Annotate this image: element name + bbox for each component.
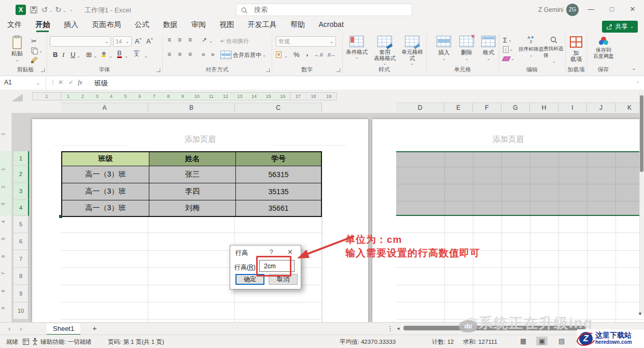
- save-icon[interactable]: [30, 6, 37, 13]
- sheet-tab-active[interactable]: Sheet1: [47, 324, 80, 335]
- paste-button[interactable]: 粘贴 ⌄: [6, 35, 28, 62]
- row-header-7[interactable]: 7: [13, 250, 29, 268]
- table-cell[interactable]: 35661: [236, 200, 321, 216]
- underline-button[interactable]: U: [71, 51, 75, 59]
- increase-indent-icon[interactable]: »: [211, 51, 214, 58]
- delete-cells-button[interactable]: 删除 ⌄: [456, 36, 477, 61]
- format-as-table-button[interactable]: 套用 表格格式 ⌄: [371, 36, 398, 66]
- table-header-cell[interactable]: 姓名: [149, 152, 236, 166]
- user-name[interactable]: Z Gemini: [538, 6, 564, 13]
- chevron-down-icon[interactable]: ⌄: [63, 8, 66, 13]
- name-box[interactable]: A1 ⌄: [0, 76, 46, 90]
- column-header-E[interactable]: E: [444, 103, 473, 112]
- ellipsis-icon[interactable]: ⋮: [387, 325, 394, 332]
- align-left-icon[interactable]: ≡: [167, 51, 171, 58]
- fill-button[interactable]: ↓⌄: [503, 46, 513, 53]
- column-header-H[interactable]: H: [530, 103, 558, 112]
- sort-filter-button[interactable]: A▼Z 排序和筛选 ⌄: [519, 36, 543, 57]
- row-header-9[interactable]: 9: [13, 285, 29, 302]
- share-button[interactable]: 共享 ⌄: [602, 21, 638, 33]
- row-header-1[interactable]: 1: [13, 151, 29, 166]
- font-color-icon[interactable]: B: [117, 50, 122, 58]
- comma-style-icon[interactable]: ，: [304, 49, 311, 58]
- align-right-icon[interactable]: ≡: [188, 51, 191, 58]
- next-sheet-icon[interactable]: ›: [20, 325, 22, 332]
- dialog-title[interactable]: 行高: [235, 249, 248, 257]
- minimize-button[interactable]: —: [584, 5, 598, 13]
- phonetic-guide-icon[interactable]: wén文: [134, 49, 139, 57]
- column-header-J[interactable]: J: [587, 103, 615, 112]
- dialog-launcher-icon[interactable]: [41, 68, 45, 72]
- row-header-5[interactable]: 5: [13, 216, 29, 233]
- collapse-ribbon-icon[interactable]: ⌄: [632, 65, 636, 71]
- chevron-down-icon[interactable]: ⌄: [77, 54, 80, 59]
- chevron-down-icon[interactable]: ⌄: [209, 39, 213, 44]
- format-painter-button[interactable]: [31, 56, 38, 63]
- maximize-button[interactable]: □: [605, 5, 619, 13]
- customize-qat-icon[interactable]: ⌄: [69, 7, 73, 12]
- normal-view-icon[interactable]: ▦: [517, 337, 529, 345]
- dialog-launcher-icon[interactable]: [157, 68, 160, 72]
- table-cell[interactable]: 56315: [236, 166, 321, 183]
- table-cell[interactable]: 李四: [149, 183, 236, 200]
- column-header-D[interactable]: D: [396, 103, 444, 112]
- percent-style-icon[interactable]: %: [293, 51, 300, 59]
- accounting-format-icon[interactable]: ¥: [276, 51, 282, 58]
- fill-handle[interactable]: [59, 215, 62, 218]
- fill-color-icon[interactable]: ◆: [102, 50, 106, 57]
- search-input[interactable]: 搜索: [236, 4, 412, 16]
- table-header-cell[interactable]: 学号: [236, 152, 321, 166]
- column-header-I[interactable]: I: [558, 103, 587, 112]
- table-cell[interactable]: 高一（3）班: [62, 166, 149, 183]
- dialog-launcher-icon[interactable]: [337, 68, 340, 72]
- tab-data[interactable]: 数据: [163, 20, 177, 30]
- scroll-down-icon[interactable]: ▼: [638, 311, 642, 316]
- select-all-corner[interactable]: [11, 94, 23, 102]
- column-header-G[interactable]: G: [501, 103, 530, 112]
- tab-home[interactable]: 开始: [35, 20, 50, 30]
- dialog-launcher-icon[interactable]: [266, 68, 270, 72]
- chevron-down-icon[interactable]: ⌄: [144, 54, 148, 59]
- italic-button[interactable]: I: [62, 51, 64, 59]
- decrease-decimal-icon[interactable]: .0→: [327, 52, 335, 57]
- increase-decimal-icon[interactable]: ←.0: [314, 52, 323, 57]
- close-button[interactable]: ✕: [625, 5, 640, 13]
- merge-center-button[interactable]: 合并后居中 ⌄: [220, 51, 266, 59]
- chevron-down-icon[interactable]: ⌄: [284, 54, 288, 59]
- chevron-down-icon[interactable]: ⌄: [109, 54, 113, 59]
- format-cells-button[interactable]: 格式 ⌄: [478, 36, 499, 61]
- vertical-scrollbar-thumb[interactable]: [640, 95, 643, 172]
- insert-function-icon[interactable]: fx: [78, 79, 82, 86]
- cell-styles-button[interactable]: 单元格样式 ⌄: [399, 36, 425, 66]
- confirm-entry-icon[interactable]: ✓: [68, 79, 74, 86]
- row-header-3[interactable]: 3: [13, 183, 29, 200]
- dialog-help-button[interactable]: ?: [270, 249, 273, 256]
- insert-cells-button[interactable]: 插入 ⌄: [433, 36, 454, 61]
- macro-record-icon[interactable]: [23, 339, 29, 345]
- chevron-down-icon[interactable]: ⌄: [49, 8, 53, 13]
- font-size-combobox[interactable]: 14⌄: [113, 36, 132, 47]
- column-header-A[interactable]: A: [61, 103, 148, 112]
- addins-button[interactable]: 加 载项: [568, 36, 584, 62]
- chevron-down-icon[interactable]: ⌄: [124, 54, 128, 59]
- row-header-6[interactable]: 6: [13, 233, 29, 250]
- header-placeholder[interactable]: 添加页眉: [372, 135, 644, 144]
- table-cell[interactable]: 张三: [149, 166, 236, 183]
- tab-insert[interactable]: 插入: [64, 20, 78, 30]
- tab-developer[interactable]: 开发工具: [248, 20, 277, 30]
- save-to-baidu-button[interactable]: 保存到 百度网盘: [590, 36, 617, 60]
- table-header-cell[interactable]: 班级: [62, 152, 149, 166]
- autosum-button[interactable]: Σ⌄: [503, 36, 512, 44]
- tab-acrobat[interactable]: Acrobat: [319, 20, 344, 28]
- tab-review[interactable]: 审阅: [191, 20, 206, 30]
- find-select-button[interactable]: 查找和选择 ⌄: [543, 36, 564, 64]
- tab-file[interactable]: 文件: [7, 20, 22, 30]
- font-name-combobox[interactable]: ⌄: [50, 36, 111, 47]
- column-header-C[interactable]: C: [235, 103, 322, 112]
- expand-formula-bar-icon[interactable]: ⌄: [636, 79, 640, 84]
- undo-icon[interactable]: ↺: [41, 5, 48, 15]
- clear-button[interactable]: ⌄: [503, 56, 514, 61]
- align-center-icon[interactable]: ≡: [178, 51, 181, 58]
- align-bottom-icon[interactable]: ≡: [188, 36, 191, 44]
- table-cell[interactable]: 高一（3）班: [62, 183, 149, 200]
